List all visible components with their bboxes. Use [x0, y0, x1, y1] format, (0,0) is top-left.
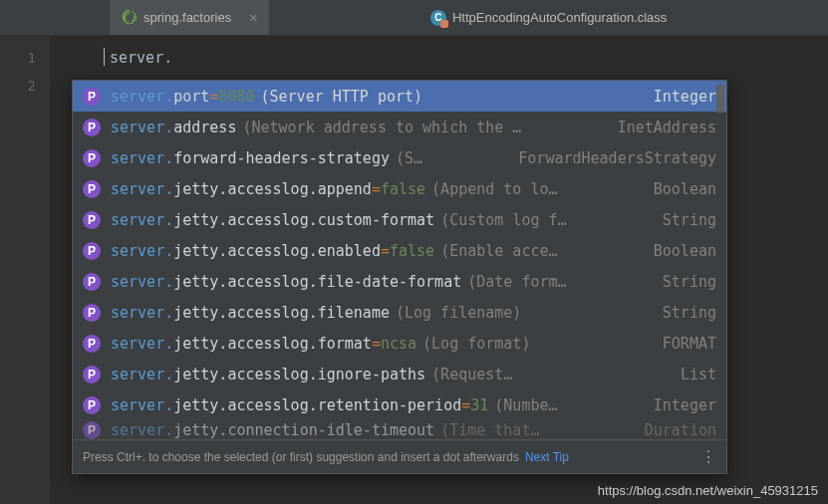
- editor-tabs: spring.factories × C HttpEncodingAutoCon…: [0, 0, 828, 36]
- completion-description: (Request…: [431, 366, 671, 383]
- tab-http-encoding[interactable]: C HttpEncodingAutoConfiguration.class: [269, 0, 828, 35]
- completion-property: port: [173, 88, 209, 106]
- line-gutter: 1 2: [0, 36, 50, 504]
- completion-type: String: [653, 273, 716, 291]
- property-icon: P: [83, 119, 101, 136]
- completion-item[interactable]: Pserver.jetty.accesslog.retention-period…: [73, 389, 726, 420]
- completion-type: FORMAT: [653, 335, 716, 353]
- property-icon: P: [83, 180, 101, 198]
- completion-property: address: [173, 119, 236, 136]
- completion-type: InetAddress: [608, 119, 716, 136]
- close-icon[interactable]: ×: [249, 10, 257, 26]
- completion-item[interactable]: Pserver.forward-headers-strategy(S…Forwa…: [73, 142, 726, 173]
- property-icon: P: [83, 211, 101, 229]
- property-icon: P: [83, 304, 101, 322]
- completion-type: Integer: [644, 396, 716, 414]
- completion-item[interactable]: Pserver.address(Network address to which…: [73, 112, 726, 142]
- completion-item[interactable]: Pserver.jetty.accesslog.enabled=false(En…: [73, 235, 726, 266]
- completion-prefix: server.: [111, 180, 173, 198]
- completion-default: 8080: [218, 88, 254, 106]
- completion-popup: Pserver.port=8080(Server HTTP port)Integ…: [72, 80, 727, 474]
- completion-item[interactable]: Pserver.jetty.accesslog.custom-format(Cu…: [73, 204, 726, 235]
- next-tip-link[interactable]: Next Tip: [525, 450, 569, 464]
- kebab-menu-icon[interactable]: ⋮: [700, 447, 716, 466]
- completion-hint: Press Ctrl+. to choose the selected (or …: [83, 450, 519, 464]
- caret: [104, 48, 105, 66]
- editor-text: server.: [110, 49, 172, 67]
- gutter-line-number: 2: [0, 72, 50, 100]
- completion-prefix: server.: [111, 119, 173, 136]
- completion-property: jetty.accesslog.append: [173, 180, 372, 198]
- completion-property: jetty.accesslog.retention-period: [173, 396, 461, 414]
- completion-property: jetty.accesslog.filename: [173, 304, 390, 322]
- class-file-icon: C: [430, 10, 446, 26]
- completion-prefix: server.: [111, 304, 173, 322]
- completion-description: (Log filename): [396, 304, 653, 322]
- completion-type: ForwardHeadersStrategy: [508, 149, 716, 167]
- completion-type: Boolean: [644, 242, 716, 260]
- completion-type: String: [653, 304, 716, 322]
- completion-prefix: server.: [111, 149, 173, 167]
- completion-description: (Server HTTP port): [261, 88, 644, 106]
- property-icon: P: [83, 366, 101, 383]
- completion-prefix: server.: [111, 88, 173, 106]
- tab-label: spring.factories: [143, 10, 231, 25]
- completion-footer: Press Ctrl+. to choose the selected (or …: [73, 439, 726, 473]
- property-icon: P: [83, 149, 101, 167]
- completion-description: (Numbe…: [494, 396, 643, 414]
- completion-property: jetty.accesslog.file-date-format: [173, 273, 461, 291]
- completion-list[interactable]: Pserver.port=8080(Server HTTP port)Integ…: [73, 81, 726, 439]
- tab-spacer: [0, 0, 110, 35]
- completion-equals: =: [381, 242, 390, 260]
- completion-prefix: server.: [111, 242, 173, 260]
- completion-description: (Append to lo…: [431, 180, 644, 198]
- completion-default: false: [390, 242, 434, 260]
- completion-item[interactable]: Pserver.jetty.accesslog.file-date-format…: [73, 266, 726, 297]
- completion-item[interactable]: Pserver.port=8080(Server HTTP port)Integ…: [73, 81, 726, 112]
- completion-item[interactable]: Pserver.jetty.accesslog.format=ncsa(Log …: [73, 328, 726, 359]
- completion-property: jetty.accesslog.enabled: [173, 242, 381, 260]
- watermark-text: https://blog.csdn.net/weixin_45931215: [598, 483, 818, 498]
- completion-type: Integer: [644, 88, 716, 106]
- property-icon: P: [83, 242, 101, 260]
- completion-equals: =: [372, 335, 381, 353]
- completion-property: jetty.accesslog.format: [173, 335, 372, 353]
- completion-prefix: server.: [111, 396, 173, 414]
- completion-default: 31: [470, 396, 488, 414]
- completion-prefix: server.: [111, 211, 173, 229]
- completion-description: (Log format): [422, 335, 653, 353]
- completion-description: (S…: [396, 149, 508, 167]
- completion-prefix: server.: [111, 273, 173, 291]
- completion-description: (Network address to which the …: [242, 119, 607, 136]
- completion-property: jetty.accesslog.custom-format: [173, 211, 434, 229]
- tab-label: HttpEncodingAutoConfiguration.class: [452, 10, 667, 25]
- gutter-line-number: 1: [0, 44, 50, 72]
- completion-equals: =: [209, 88, 218, 106]
- property-icon: P: [83, 335, 101, 353]
- property-icon: P: [83, 421, 101, 439]
- completion-item[interactable]: Pserver.jetty.accesslog.ignore-paths(Req…: [73, 359, 726, 389]
- completion-description: (Enable acce…: [440, 242, 644, 260]
- completion-item[interactable]: Pserver.jetty.accesslog.append=false(App…: [73, 173, 726, 204]
- completion-type: List: [671, 366, 716, 383]
- property-icon: P: [83, 88, 101, 106]
- completion-description: (Date form…: [467, 273, 653, 291]
- completion-item[interactable]: Pserver.jetty.accesslog.filename(Log fil…: [73, 297, 726, 328]
- completion-property: jetty.accesslog.ignore-paths: [173, 366, 425, 383]
- completion-prefix: server.: [111, 335, 173, 353]
- completion-equals: =: [461, 396, 470, 414]
- scrollbar-thumb[interactable]: [716, 85, 724, 113]
- property-icon: P: [83, 396, 101, 414]
- editor-line: server.: [50, 44, 828, 72]
- completion-item-partial: Pserver.jetty.connection-idle-timeout(Ti…: [73, 420, 726, 439]
- completion-type: Boolean: [644, 180, 716, 198]
- completion-default: false: [381, 180, 425, 198]
- property-icon: P: [83, 273, 101, 291]
- completion-default: ncsa: [381, 335, 416, 353]
- completion-prefix: server.: [111, 366, 173, 383]
- completion-type: String: [653, 211, 716, 229]
- completion-property: forward-headers-strategy: [173, 149, 390, 167]
- completion-equals: =: [372, 180, 381, 198]
- completion-description: (Custom log f…: [440, 211, 653, 229]
- tab-spring-factories[interactable]: spring.factories ×: [110, 0, 269, 35]
